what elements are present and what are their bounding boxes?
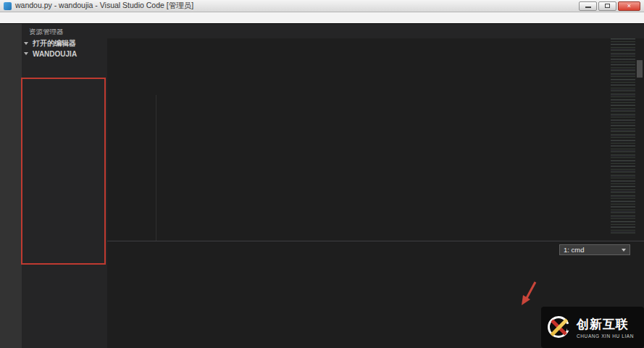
project-header[interactable]: WANDOUJIA <box>22 49 107 59</box>
chevron-down-icon <box>24 42 28 45</box>
code-editor[interactable] <box>107 38 644 241</box>
chevron-down-icon <box>24 52 28 55</box>
indent-guide <box>156 95 156 241</box>
open-editors-header[interactable]: 打开的编辑器 <box>22 38 107 49</box>
explorer-sidebar: 资源管理器 打开的编辑器 WANDOUJIA <box>22 24 107 348</box>
window-controls: × <box>579 1 644 11</box>
minimize-button[interactable] <box>579 1 597 11</box>
activity-bar <box>0 24 22 348</box>
editor-tab-bar <box>107 24 644 38</box>
terminal-picker-value: 1: cmd <box>564 246 585 254</box>
panel-actions: 1: cmd <box>559 244 640 255</box>
project-label: WANDOUJIA <box>33 50 77 58</box>
minimize-icon <box>585 7 591 8</box>
terminal-picker[interactable]: 1: cmd <box>559 244 630 255</box>
explorer-title: 资源管理器 <box>22 24 107 38</box>
editor-scrollbar[interactable] <box>635 38 644 241</box>
watermark-logo-icon <box>546 315 572 341</box>
watermark-brand: 创新互联 <box>577 316 634 333</box>
maximize-icon <box>605 4 610 8</box>
scrollbar-handle[interactable] <box>637 60 643 78</box>
title-bar: wandou.py - wandoujia - Visual Studio Co… <box>0 0 644 12</box>
menu-bar <box>0 12 644 24</box>
main-layout: 资源管理器 打开的编辑器 WANDOUJIA <box>0 24 644 348</box>
vscode-app-icon <box>4 2 12 10</box>
minimap[interactable] <box>611 38 635 236</box>
watermark-subtext: CHUANG XIN HU LIAN <box>577 334 634 339</box>
vscode-window: wandou.py - wandoujia - Visual Studio Co… <box>0 0 644 348</box>
watermark-badge: 创新互联 CHUANG XIN HU LIAN <box>541 307 644 348</box>
close-icon: × <box>627 3 631 9</box>
editor-column: 1: cmd <box>107 24 644 348</box>
open-editors-label: 打开的编辑器 <box>33 38 76 49</box>
chevron-down-icon <box>622 249 626 252</box>
window-title: wandou.py - wandoujia - Visual Studio Co… <box>15 1 193 11</box>
maximize-button[interactable] <box>598 1 616 11</box>
close-button[interactable]: × <box>618 1 640 11</box>
